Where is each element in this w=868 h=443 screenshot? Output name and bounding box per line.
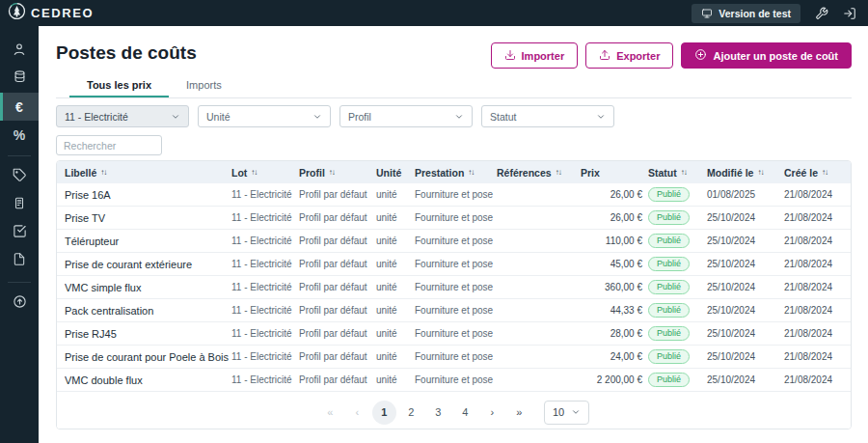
user-icon	[12, 42, 27, 61]
sort-icon[interactable]: ↑↓	[757, 168, 763, 177]
next-page-button[interactable]: ›	[480, 401, 504, 425]
filter-lot-select[interactable]: 11 - Electricité	[56, 105, 189, 127]
table-row[interactable]: Prise 16A 11 - Electricité Profil par dé…	[57, 183, 851, 207]
cell-profil: Profil par défaut	[299, 189, 376, 200]
app-logo[interactable]: CEDREO	[8, 2, 94, 24]
sidebar: € %	[0, 26, 39, 443]
table-row[interactable]: Prise TV 11 - Electricité Profil par déf…	[57, 207, 851, 230]
import-button[interactable]: Importer	[491, 42, 579, 69]
add-cost-item-button[interactable]: Ajouter un poste de coût	[681, 42, 852, 69]
table-body: Prise 16A 11 - Electricité Profil par dé…	[57, 183, 851, 415]
cell-prix: 45,00 €	[581, 259, 648, 269]
cell-unite: unité	[376, 305, 415, 316]
cell-prestation: Fourniture et pose	[415, 235, 497, 246]
cell-libelle: Prise de courant extérieure	[65, 259, 231, 270]
cell-prestation: Fourniture et pose	[415, 374, 497, 385]
cell-cree-le: 21/08/2024	[784, 328, 843, 339]
sidebar-item-tags[interactable]	[0, 163, 39, 191]
cell-unite: unité	[376, 374, 415, 385]
filter-unite-value: Unité	[206, 111, 231, 123]
cell-modifie-le: 25/10/2024	[707, 305, 784, 316]
table-row[interactable]: Télérupteur 11 - Electricité Profil par …	[57, 230, 851, 253]
col-cree-le: Créé le	[784, 167, 818, 179]
page-size-value: 10	[553, 406, 564, 418]
prev-page-button[interactable]: ‹	[345, 401, 369, 425]
sort-icon[interactable]: ↑↓	[822, 168, 827, 177]
sort-icon[interactable]: ↑↓	[681, 168, 687, 177]
filter-profil-select[interactable]: Profil	[339, 105, 473, 127]
last-page-button[interactable]: »	[507, 401, 531, 425]
cell-prestation: Fourniture et pose	[415, 328, 497, 339]
sidebar-item-users[interactable]	[0, 37, 39, 65]
cell-unite: unité	[376, 351, 415, 362]
cell-cree-le: 21/08/2024	[784, 235, 843, 246]
sort-icon[interactable]: ↑↓	[100, 168, 106, 177]
filter-statut-select[interactable]: Statut	[481, 105, 614, 127]
cell-libelle: VMC simple flux	[65, 282, 231, 293]
page-button-4[interactable]: 4	[453, 401, 477, 425]
table-row[interactable]: Prise de courant pour Poele à Bois 11 - …	[57, 346, 851, 369]
cell-libelle: Télérupteur	[65, 235, 231, 247]
col-prix: Prix	[581, 167, 600, 179]
wrench-icon[interactable]	[815, 7, 828, 20]
sidebar-item-calculator[interactable]	[0, 191, 39, 219]
status-badge: Publié	[648, 373, 690, 387]
cedreo-tree-icon	[8, 2, 26, 24]
page-button-3[interactable]: 3	[426, 401, 450, 425]
cell-modifie-le: 25/10/2024	[707, 328, 784, 339]
cell-cree-le: 21/08/2024	[784, 374, 843, 385]
cell-lot: 11 - Electricité	[231, 282, 299, 292]
cell-prestation: Fourniture et pose	[415, 305, 497, 316]
import-label: Importer	[522, 50, 565, 62]
cell-lot: 11 - Electricité	[231, 351, 299, 362]
page-button-2[interactable]: 2	[399, 401, 423, 425]
sort-icon[interactable]: ↑↓	[556, 168, 561, 177]
tab-imports[interactable]: Imports	[169, 75, 239, 97]
status-badge: Publié	[648, 280, 690, 294]
table-row[interactable]: VMC simple flux 11 - Electricité Profil …	[57, 276, 851, 299]
table-row[interactable]: Prise RJ45 11 - Electricité Profil par d…	[57, 322, 851, 346]
page-size-select[interactable]: 10	[544, 401, 589, 425]
cell-statut: Publié	[648, 187, 707, 202]
sort-icon[interactable]: ↑↓	[468, 168, 474, 177]
cell-prix: 44,33 €	[581, 305, 648, 316]
status-badge: Publié	[648, 234, 690, 248]
col-statut: Statut	[648, 167, 677, 179]
version-test-button[interactable]: Version de test	[692, 4, 800, 23]
import-icon	[504, 49, 516, 63]
cell-modifie-le: 25/10/2024	[707, 259, 784, 269]
cell-prix: 2 200,00 €	[581, 374, 648, 385]
status-badge: Publié	[648, 257, 690, 271]
cell-libelle: Pack centralisation	[65, 305, 231, 317]
sidebar-item-margins[interactable]: %	[0, 121, 39, 149]
cell-modifie-le: 25/10/2024	[707, 374, 784, 385]
sidebar-item-tasks[interactable]	[0, 219, 39, 247]
sidebar-item-costs[interactable]: €	[0, 93, 39, 121]
sign-out-icon[interactable]	[843, 7, 856, 20]
table-row[interactable]: Prise de courant extérieure 11 - Electri…	[57, 253, 851, 276]
filter-bar: 11 - Electricité Unité Profil Statut	[56, 105, 852, 127]
sidebar-item-database[interactable]	[0, 65, 39, 93]
cell-prix: 110,00 €	[581, 235, 648, 246]
cell-modifie-le: 01/08/2025	[707, 189, 784, 200]
cell-prestation: Fourniture et pose	[415, 351, 497, 362]
search-input[interactable]	[56, 135, 162, 155]
first-page-button[interactable]: «	[318, 401, 342, 425]
sidebar-item-documents[interactable]	[0, 247, 39, 275]
table-row[interactable]: VMC double flux 11 - Electricité Profil …	[57, 369, 851, 392]
table-header: Libellé↑↓ Lot↑↓ Profil↑↓ Unité Prestatio…	[57, 161, 851, 183]
sort-icon[interactable]: ↑↓	[251, 168, 257, 177]
filter-statut-value: Statut	[490, 111, 516, 123]
status-badge: Publié	[648, 303, 690, 318]
export-button[interactable]: Exporter	[585, 42, 673, 69]
cell-libelle: Prise RJ45	[65, 328, 231, 340]
sidebar-item-upload[interactable]	[0, 290, 39, 318]
filter-unite-select[interactable]: Unité	[198, 105, 331, 127]
page-button-1[interactable]: 1	[372, 401, 396, 425]
cell-unite: unité	[376, 189, 415, 200]
cell-statut: Publié	[648, 349, 707, 364]
table-row[interactable]: Pack centralisation 11 - Electricité Pro…	[57, 299, 851, 322]
sort-icon[interactable]: ↑↓	[329, 168, 335, 177]
cell-prestation: Fourniture et pose	[415, 282, 497, 292]
tab-tous-les-prix[interactable]: Tous les prix	[69, 75, 169, 97]
